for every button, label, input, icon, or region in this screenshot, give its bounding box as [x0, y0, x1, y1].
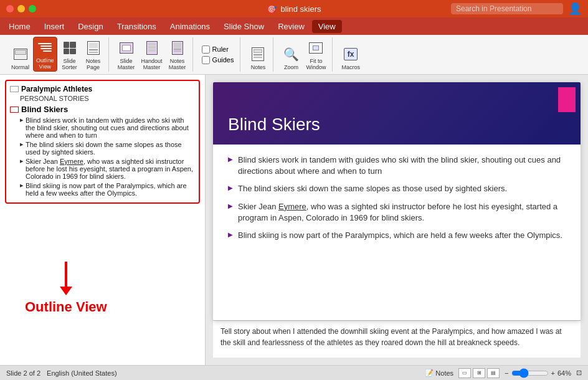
outline-bullet-3: Skier Jean Eymere, who was a sighted ski… [10, 158, 195, 180]
notes-group: Notes [243, 37, 273, 72]
fit-window-icon [307, 39, 325, 57]
notes-page-button[interactable]: NotesPage [82, 38, 105, 72]
handout-master-icon [143, 39, 161, 57]
zoom-label: Zoom [284, 64, 298, 70]
slide-header-accent [558, 87, 576, 112]
reading-view-status-button[interactable]: ▤ [487, 368, 500, 378]
slide-bullet-1: ▶ Blind skiers work in tandem with guide… [228, 154, 566, 177]
ruler-checkbox[interactable] [202, 45, 210, 54]
slide-container: Blind Skiers ▶ Blind skiers work in tand… [213, 82, 581, 320]
zoom-button[interactable]: 🔍 Zoom [280, 44, 302, 72]
menu-review[interactable]: Review [272, 20, 311, 33]
notes-page-label: NotesPage [86, 58, 101, 70]
notes-master-label: NotesMaster [169, 58, 186, 70]
zoom-slider[interactable] [511, 368, 549, 378]
handout-master-button[interactable]: HandoutMaster [139, 38, 165, 72]
slide-sorter-icon [61, 39, 78, 57]
outline-selected-frame: Paralympic Athletes PERSONAL STORIES Bli… [5, 80, 200, 204]
fit-icon[interactable]: ⊡ [576, 369, 582, 377]
menu-view[interactable]: View [312, 20, 342, 33]
normal-view-icon [12, 45, 29, 63]
outline-view-button[interactable]: OutlineView [33, 37, 57, 72]
menu-transitions[interactable]: Transitions [111, 20, 163, 33]
show-checkboxes: Ruler Guides [199, 37, 237, 72]
menu-insert[interactable]: Insert [38, 20, 71, 33]
ruler-checkbox-label[interactable]: Ruler [202, 45, 229, 54]
annotation-arrow [25, 262, 107, 295]
slide-bullet-3: ▶ Skier Jean Eymere, who was a sighted s… [228, 201, 566, 224]
normal-view-status-button[interactable]: ▭ [458, 368, 471, 378]
toolbar: Normal OutlineView [0, 35, 588, 75]
macros-group: fx Macros [335, 37, 366, 72]
slide-content: ▶ Blind skiers work in tandem with guide… [213, 145, 581, 257]
fit-to-window-button[interactable]: Fit toWindow [303, 38, 328, 72]
notes-page-icon [85, 39, 102, 57]
menu-design[interactable]: Design [72, 20, 109, 33]
notes-status-button[interactable]: 📝 Notes [425, 369, 453, 377]
show-group: Ruler Guides [196, 37, 241, 72]
guides-checkbox[interactable] [202, 56, 210, 64]
grid-view-status-button[interactable]: ⊞ [473, 368, 485, 378]
slide-sorter-label: SlideSorter [62, 58, 77, 70]
zoom-control: − + 64% [505, 368, 571, 378]
menu-slideshow[interactable]: Slide Show [217, 20, 270, 33]
close-button[interactable] [6, 5, 14, 12]
notes-text: Tell story about when I attended the dow… [220, 327, 562, 347]
outline-panel[interactable]: Paralympic Athletes PERSONAL STORIES Bli… [0, 75, 206, 365]
guides-checkbox-label[interactable]: Guides [202, 56, 234, 64]
account-icon[interactable]: 👤 [568, 2, 582, 16]
outline-view-icon [36, 39, 54, 56]
outline-view-label: OutlineView [36, 57, 54, 70]
menu-home[interactable]: Home [2, 20, 37, 33]
notes-master-icon [169, 39, 186, 57]
slide-master-icon [118, 39, 135, 57]
fit-window-label: Fit toWindow [306, 58, 326, 70]
slide-bullet-4: ▶ Blind skiing is now part of the Paraly… [228, 230, 566, 241]
annotation-area: Outline View [25, 262, 107, 315]
slide-title: Blind Skiers [228, 115, 320, 135]
maximize-button[interactable] [29, 5, 36, 12]
notes-status-icon: 📝 [425, 369, 434, 377]
titlebar-center: 🎯 blind skiers [267, 4, 321, 14]
macros-icon: fx [342, 45, 359, 63]
slide-master-button[interactable]: SlideMaster [115, 38, 138, 72]
handout-master-label: HandoutMaster [141, 58, 163, 70]
notes-button[interactable]: Notes [247, 44, 269, 72]
main-content: Paralympic Athletes PERSONAL STORIES Bli… [0, 75, 588, 365]
notes-master-button[interactable]: NotesMaster [166, 38, 189, 72]
zoom-level: 64% [557, 369, 571, 377]
view-group: Normal OutlineView [5, 37, 109, 72]
window-controls[interactable] [6, 5, 36, 12]
statusbar: Slide 2 of 2 English (United States) 📝 N… [0, 365, 588, 380]
normal-view-button[interactable]: Normal [9, 44, 32, 72]
app-title: blind skiers [280, 4, 321, 14]
slide-bullet-arrow-3: ▶ [228, 202, 233, 209]
slide-header: Blind Skiers [213, 82, 581, 145]
arrow-shaft [65, 262, 67, 287]
slide-master-label: SlideMaster [118, 58, 135, 70]
statusbar-right: 📝 Notes ▭ ⊞ ▤ − + 64% ⊡ [425, 368, 582, 378]
notes-icon [249, 45, 267, 63]
outline-parent-title: Paralympic Athletes [10, 85, 195, 93]
outline-slide-title: Blind Skiers [10, 105, 195, 114]
zoom-icon: 🔍 [282, 45, 300, 63]
outline-bullet-4: Blind skiing is now part of the Paralymp… [10, 182, 195, 197]
menubar: Home Insert Design Transitions Animation… [0, 17, 588, 35]
slide-sorter-button[interactable]: SlideSorter [59, 38, 81, 72]
zoom-minus-icon[interactable]: − [505, 369, 508, 377]
annotation-label: Outline View [25, 299, 107, 315]
titlebar: 🎯 blind skiers 👤 [0, 0, 588, 17]
notes-area[interactable]: Tell story about when I attended the dow… [213, 320, 581, 358]
outline-parent-subtitle: PERSONAL STORIES [20, 95, 195, 102]
zoom-group: 🔍 Zoom Fit toWindow [276, 37, 333, 72]
minimize-button[interactable] [17, 5, 25, 12]
arrow-head [60, 287, 72, 295]
menu-animations[interactable]: Animations [164, 20, 216, 33]
macros-button[interactable]: fx Macros [339, 44, 363, 72]
search-input[interactable] [451, 3, 563, 14]
slide-thumbnail-icon [10, 107, 19, 113]
slide-info: Slide 2 of 2 [6, 369, 40, 377]
macros-label: Macros [341, 64, 360, 70]
view-mode-buttons: ▭ ⊞ ▤ [458, 368, 500, 378]
zoom-plus-icon[interactable]: + [551, 369, 555, 377]
